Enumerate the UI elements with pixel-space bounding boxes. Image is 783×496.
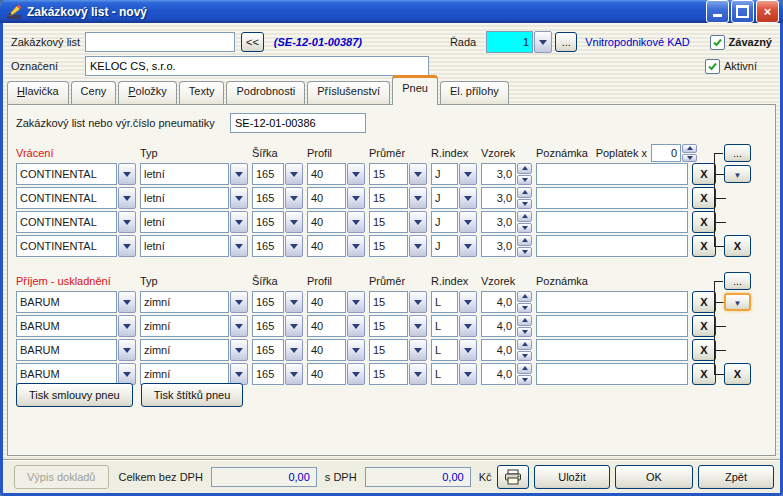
poznamka-input[interactable]: [536, 363, 688, 385]
save-button[interactable]: Uložit: [534, 465, 610, 489]
spin-up-icon[interactable]: [517, 291, 532, 302]
tab-ceny[interactable]: Ceny: [71, 81, 117, 105]
width-combo[interactable]: 165: [252, 363, 303, 385]
spin-down-icon[interactable]: [517, 175, 532, 186]
diameter-combo[interactable]: 15: [369, 315, 427, 337]
vzorek-spinner[interactable]: 4,0: [481, 291, 532, 313]
chevron-down-icon[interactable]: [230, 187, 248, 209]
vypis-dokladu-button[interactable]: Výpis dokladů: [14, 465, 109, 489]
chevron-down-icon[interactable]: [409, 211, 427, 233]
delete-row-button[interactable]: X: [692, 187, 716, 209]
chevron-down-icon[interactable]: [118, 235, 136, 257]
chevron-down-icon[interactable]: [459, 363, 477, 385]
spin-down-icon[interactable]: [517, 327, 532, 338]
rindex-combo[interactable]: L: [431, 291, 477, 313]
spin-up-icon[interactable]: [517, 211, 532, 222]
vzorek-spinner[interactable]: 4,0: [481, 315, 532, 337]
chevron-down-icon[interactable]: [409, 291, 427, 313]
profile-combo[interactable]: 40: [307, 363, 365, 385]
type-combo[interactable]: zimní: [140, 291, 248, 313]
width-combo[interactable]: 165: [252, 211, 303, 233]
type-combo[interactable]: letní: [140, 211, 248, 233]
poznamka-input[interactable]: [536, 187, 688, 209]
type-combo[interactable]: letní: [140, 187, 248, 209]
spin-up-icon[interactable]: [517, 339, 532, 350]
chevron-down-icon[interactable]: [459, 211, 477, 233]
spin-down-icon[interactable]: [517, 223, 532, 234]
oznaceni-input[interactable]: [85, 56, 429, 76]
minimize-button[interactable]: [706, 0, 729, 23]
diameter-combo[interactable]: 15: [369, 187, 427, 209]
rada-more-button[interactable]: ...: [555, 32, 577, 52]
spin-up-icon[interactable]: [517, 235, 532, 246]
chevron-down-icon[interactable]: [230, 291, 248, 313]
close-button[interactable]: ×: [756, 0, 779, 23]
chevron-down-icon[interactable]: [409, 235, 427, 257]
type-combo[interactable]: letní: [140, 163, 248, 185]
chevron-down-icon[interactable]: [459, 315, 477, 337]
type-combo[interactable]: letní: [140, 235, 248, 257]
width-combo[interactable]: 165: [252, 163, 303, 185]
rindex-combo[interactable]: L: [431, 363, 477, 385]
tab-texty[interactable]: Texty: [179, 81, 225, 105]
chevron-down-icon[interactable]: [534, 31, 552, 53]
width-combo[interactable]: 165: [252, 235, 303, 257]
spin-down-icon[interactable]: [682, 154, 697, 163]
order-input[interactable]: [85, 32, 235, 52]
vzorek-spinner[interactable]: 4,0: [481, 339, 532, 361]
section-more-button[interactable]: ...: [724, 272, 751, 290]
chevron-down-icon[interactable]: [118, 315, 136, 337]
width-combo[interactable]: 165: [252, 187, 303, 209]
spin-up-icon[interactable]: [517, 163, 532, 174]
chevron-down-icon[interactable]: [285, 339, 303, 361]
diameter-combo[interactable]: 15: [369, 291, 427, 313]
collapse-button[interactable]: <<: [241, 32, 264, 52]
spin-up-icon[interactable]: [517, 363, 532, 374]
diameter-combo[interactable]: 15: [369, 363, 427, 385]
chevron-down-icon[interactable]: [459, 291, 477, 313]
profile-combo[interactable]: 40: [307, 235, 365, 257]
spin-down-icon[interactable]: [517, 375, 532, 386]
poznamka-input[interactable]: [536, 339, 688, 361]
delete-row-button[interactable]: X: [692, 163, 716, 185]
chevron-down-icon[interactable]: [409, 187, 427, 209]
chevron-down-icon[interactable]: [118, 163, 136, 185]
delete-row-button[interactable]: X: [692, 291, 716, 313]
chevron-down-icon[interactable]: [459, 235, 477, 257]
section-dropdown-button[interactable]: ▼: [724, 165, 751, 183]
chevron-down-icon[interactable]: [347, 363, 365, 385]
poznamka-input[interactable]: [536, 163, 688, 185]
delete-row-button[interactable]: X: [692, 363, 716, 385]
poznamka-input[interactable]: [536, 235, 688, 257]
chevron-down-icon[interactable]: [285, 187, 303, 209]
print-contract-button[interactable]: Tisk smlouvy pneu: [16, 383, 133, 407]
brand-combo[interactable]: BARUM: [16, 339, 136, 361]
section-more-button[interactable]: ...: [724, 144, 751, 162]
ok-button[interactable]: OK: [615, 465, 693, 489]
chevron-down-icon[interactable]: [347, 291, 365, 313]
tab-podrobnosti[interactable]: Podrobnosti: [226, 81, 305, 105]
aktivni-checkbox[interactable]: [705, 59, 720, 74]
chevron-down-icon[interactable]: [230, 211, 248, 233]
chevron-down-icon[interactable]: [347, 163, 365, 185]
chevron-down-icon[interactable]: [118, 187, 136, 209]
vzorek-spinner[interactable]: 3,0: [481, 211, 532, 233]
spin-down-icon[interactable]: [517, 199, 532, 210]
spin-up-icon[interactable]: [682, 144, 697, 153]
brand-combo[interactable]: BARUM: [16, 291, 136, 313]
diameter-combo[interactable]: 15: [369, 163, 427, 185]
title-bar[interactable]: Zakázkový list - nový ×: [0, 0, 783, 23]
delete-row-button[interactable]: X: [692, 315, 716, 337]
type-combo[interactable]: zimní: [140, 339, 248, 361]
chevron-down-icon[interactable]: [118, 211, 136, 233]
poplatek-spinner[interactable]: 0: [651, 144, 697, 162]
chevron-down-icon[interactable]: [285, 235, 303, 257]
profile-combo[interactable]: 40: [307, 187, 365, 209]
chevron-down-icon[interactable]: [347, 315, 365, 337]
chevron-down-icon[interactable]: [118, 339, 136, 361]
width-combo[interactable]: 165: [252, 291, 303, 313]
profile-combo[interactable]: 40: [307, 315, 365, 337]
brand-combo[interactable]: CONTINENTAL: [16, 163, 136, 185]
diameter-combo[interactable]: 15: [369, 339, 427, 361]
width-combo[interactable]: 165: [252, 315, 303, 337]
